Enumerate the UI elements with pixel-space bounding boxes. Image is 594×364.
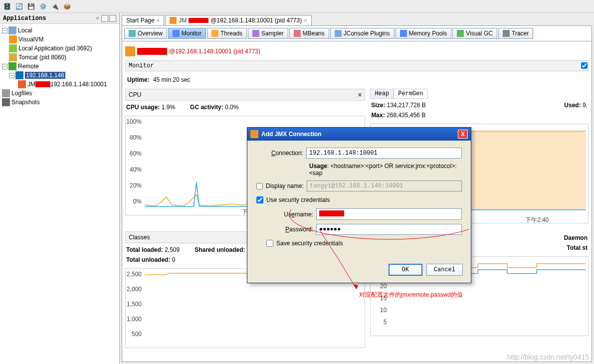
toolbar: 🗄️ 🔄 💾 ⚙️ 🔌 📦 [0,0,594,13]
overview-icon [129,30,136,37]
tree-remote[interactable]: −Remote [2,62,117,71]
sidebar-title: Applications [3,15,96,22]
sidebar-min-icon[interactable] [101,15,108,22]
subtab-monitor[interactable]: Monitor [168,28,206,39]
tab-start-page[interactable]: Start Page× [122,15,164,25]
classes-title: Classes [129,234,150,241]
monitor-subtabs: Overview Monitor Threads Sampler MBeans … [122,25,592,41]
usage-hint: Usage: <hostname>:<port> OR service:jmx:… [309,163,462,177]
page-title: @192.168.1.148:10001 (pid 4773) [125,44,589,58]
subtab-threads[interactable]: Threads [207,28,247,39]
subtab-jconsole[interactable]: JConsole Plugins [330,28,395,39]
save-icon[interactable]: 💾 [26,1,36,11]
jconsole-icon [335,30,342,37]
cpu-title: CPU [129,91,141,98]
uptime: Uptime: 45 min 20 sec [127,76,587,84]
monitor-section-label: Monitor [125,60,589,71]
close-icon[interactable]: × [157,17,160,23]
subtab-mempools[interactable]: Memory Pools [396,28,452,39]
tree-snapshots[interactable]: Snapshots [2,98,117,107]
sidebar: Applications × −Local VisualVM Local App… [0,13,120,364]
ok-button[interactable]: OK [389,264,422,276]
gear-icon[interactable]: ⚙️ [38,1,48,11]
tracer-icon [503,30,510,37]
mempools-icon [400,30,407,37]
cancel-button[interactable]: Cancel [426,264,463,276]
tree-host[interactable]: −192.168.1.148 [2,71,117,80]
app-icon [125,46,135,56]
dialog-titlebar[interactable]: Add JMX Connection X [247,128,471,141]
tree-jmx-node[interactable]: JM192.168.1.148:10001 [2,80,117,89]
heap-tabs: Heap PermGen [370,89,589,99]
connection-input[interactable] [306,148,462,159]
subtab-overview[interactable]: Overview [124,28,167,39]
applications-tree: −Local VisualVM Local Application (pid 3… [0,24,119,109]
box-icon[interactable]: 📦 [62,1,72,11]
dialog-title-text: Add JMX Connection [261,131,322,138]
username-redacted [319,210,344,216]
refresh-icon[interactable]: 🔄 [14,1,24,11]
use-security-checkbox[interactable] [256,196,263,203]
tree-tomcat[interactable]: Tomcat (pid 8060) [2,53,117,62]
editor-tabs: Start Page× JM@192.168.1.148:10001 (pid … [120,13,594,25]
db-icon[interactable]: 🗄️ [2,1,12,11]
tree-local[interactable]: −Local [2,26,117,35]
sidebar-close-icon[interactable]: × [96,15,99,22]
save-security-checkbox[interactable] [266,240,273,247]
cpu-panel-header: CPU × [125,89,365,101]
dialog-close-button[interactable]: X [458,130,468,139]
close-icon[interactable]: × [358,91,362,99]
heap-tab[interactable]: Heap [370,89,394,99]
watermark: http://blog.csdn.net/ty0415 [507,353,589,361]
display-name-input [307,181,462,191]
permgen-tab[interactable]: PermGen [394,89,427,99]
subtab-sampler[interactable]: Sampler [248,28,288,39]
close-icon[interactable]: × [304,17,307,23]
add-jmx-dialog: Add JMX Connection X Connection: Usage: … [247,127,471,283]
display-name-checkbox[interactable] [256,183,263,189]
threads-icon [211,30,218,37]
subtab-visualgc[interactable]: Visual GC [452,28,497,39]
mbeans-icon [294,30,301,37]
tree-logfiles[interactable]: Logfiles [2,89,117,98]
sidebar-opt-icon[interactable] [109,15,116,22]
tree-local-app[interactable]: Local Application (pid 3692) [2,44,117,53]
password-input[interactable] [316,224,462,235]
plugin-icon[interactable]: 🔌 [50,1,60,11]
checkbox-row[interactable] [581,62,588,69]
visualgc-icon [457,30,464,37]
subtab-mbeans[interactable]: MBeans [289,28,329,39]
subtab-tracer[interactable]: Tracer [498,28,533,39]
tree-visualvm[interactable]: VisualVM [2,35,117,44]
cpu-check[interactable] [581,62,588,69]
monitor-icon [173,30,180,37]
tab-connection[interactable]: JM@192.168.1.148:10001 (pid 4773)× [165,15,311,25]
sampler-icon [252,30,259,37]
dialog-icon [250,130,258,138]
